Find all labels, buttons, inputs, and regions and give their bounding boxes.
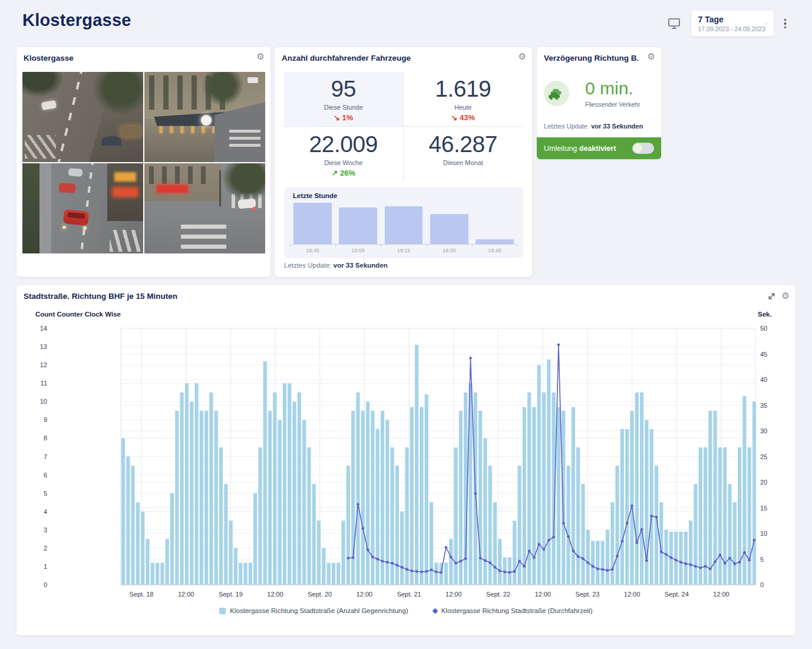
trend-percent: 1% <box>342 113 354 122</box>
svg-text:11: 11 <box>41 380 47 387</box>
last-hour-axis-labels: 18:4519:0019:1519:3019:45 <box>290 248 517 253</box>
svg-text:14: 14 <box>40 325 47 332</box>
trend-badge: ↗ 26% <box>331 169 355 177</box>
camera-feed-top-right <box>144 72 265 162</box>
svg-text:50: 50 <box>760 325 767 332</box>
lane-markings <box>79 163 94 253</box>
svg-text:Sept. 22: Sept. 22 <box>486 591 510 598</box>
svg-text:13: 13 <box>40 343 47 350</box>
headlight <box>83 226 87 229</box>
svg-text:15: 15 <box>760 505 767 512</box>
svg-text:12:00: 12:00 <box>178 591 194 598</box>
red-car <box>58 183 75 193</box>
stat-diese-woche: 22.009 Diese Woche ↗ 26% <box>284 127 404 182</box>
last-hour-title: Letzte Stunde <box>293 192 337 199</box>
last-hour-bar-chart <box>290 203 517 245</box>
silver-car <box>68 168 82 177</box>
stat-label: Diesen Monat <box>443 159 483 166</box>
svg-text:4: 4 <box>44 508 47 515</box>
svg-text:Sept. 18: Sept. 18 <box>130 591 154 598</box>
headlight <box>62 226 66 229</box>
axis-tick <box>472 244 473 247</box>
camera-settings-gear-icon[interactable]: ⚙ <box>257 52 265 61</box>
trend-percent: 26% <box>340 169 355 177</box>
umleitung-state: deaktiviert <box>579 144 616 153</box>
camera-feed-bottom-right <box>144 163 265 253</box>
time-label: 19:00 <box>335 248 381 253</box>
red-car <box>63 209 89 225</box>
time-label: 19:45 <box>472 248 517 253</box>
delay-settings-gear-icon[interactable]: ⚙ <box>648 52 655 61</box>
page-title: Klostergasse <box>22 11 131 30</box>
crosswalk <box>229 130 260 150</box>
svg-text:Count Counter Clock Wise: Count Counter Clock Wise <box>35 311 121 318</box>
umleitung-toggle-switch[interactable] <box>632 143 654 154</box>
umleitung-toggle-bar[interactable]: Umleitung deaktiviert <box>537 137 661 159</box>
svg-text:Sept. 20: Sept. 20 <box>308 591 332 598</box>
delay-card: Verzögerung Richtung B... ⚙ 0 min. Flies… <box>537 47 661 159</box>
shop-light <box>114 172 136 181</box>
trend-up-arrow-icon: ↗ <box>331 169 338 177</box>
delay-card-title: Verzögerung Richtung B... <box>544 54 638 62</box>
svg-text:45: 45 <box>760 351 767 358</box>
stat-value: 95 <box>331 76 356 102</box>
svg-text:Sept. 21: Sept. 21 <box>397 591 421 598</box>
svg-text:35: 35 <box>760 402 767 409</box>
stats-grid: 95 Diese Stunde ↘ 1% 1.619 Heute ↘ 43% 2… <box>284 72 523 182</box>
chart-legend: Klostergasse Richtung Stadtstraße (Anzah… <box>16 607 796 614</box>
stat-value: 1.619 <box>435 76 491 102</box>
legend-label: Klostergasse Richtung Stadtstraße (Anzah… <box>230 607 408 614</box>
axis-tick <box>427 244 427 247</box>
legend-bar-swatch <box>219 608 226 614</box>
svg-text:Sept. 24: Sept. 24 <box>665 591 689 598</box>
stat-diesen-monat: 46.287 Diesen Monat <box>404 127 523 182</box>
display-monitor-button[interactable] <box>665 15 683 32</box>
svg-text:12:00: 12:00 <box>445 591 462 598</box>
kebab-menu-button[interactable] <box>782 17 789 31</box>
trend-down-arrow-icon: ↘ <box>451 113 457 122</box>
axis-tick <box>335 244 336 247</box>
svg-text:0: 0 <box>760 581 764 588</box>
legend-item-bar[interactable]: Klostergasse Richtung Stadtstraße (Anzah… <box>219 607 408 614</box>
trend-down-arrow-icon: ↘ <box>334 113 340 122</box>
camera-card: Klostergasse ⚙ <box>16 47 270 277</box>
legend-label: Klostergasse Richtung Stadtstraße (Durch… <box>441 607 593 614</box>
svg-text:9: 9 <box>44 416 47 423</box>
vehicle-settings-gear-icon[interactable]: ⚙ <box>519 52 526 61</box>
svg-text:Sept. 23: Sept. 23 <box>575 591 599 598</box>
stat-value: 22.009 <box>309 131 378 157</box>
monitor-icon <box>668 18 681 29</box>
svg-text:1: 1 <box>44 563 47 570</box>
header-controls: 7 Tage 17.09.2023 - 24.09.2023 <box>665 11 789 37</box>
umleitung-label: Umleitung deaktiviert <box>544 144 632 153</box>
traffic-status-icon-circle <box>544 81 569 106</box>
signal-pole <box>219 170 221 206</box>
svg-text:12:00: 12:00 <box>713 591 730 598</box>
trend-badge: ↘ 43% <box>451 113 475 122</box>
last-hour-panel: Letzte Stunde 18:4519:0019:1519:3019:45 <box>284 187 523 258</box>
svg-text:20: 20 <box>760 479 767 486</box>
stat-label: Diese Woche <box>324 159 362 166</box>
last-update-value: vor 33 Sekunden <box>591 123 643 130</box>
camera-card-title: Klostergasse <box>24 54 74 62</box>
time-label: 19:30 <box>427 248 472 253</box>
stat-label: Diese Stunde <box>324 104 363 111</box>
stat-label: Heute <box>454 104 471 111</box>
svg-text:7: 7 <box>44 453 47 460</box>
svg-text:12: 12 <box>40 361 47 368</box>
svg-text:25: 25 <box>760 453 767 460</box>
windows <box>149 166 212 185</box>
svg-text:6: 6 <box>44 472 47 479</box>
last-hour-bar <box>476 239 514 244</box>
svg-text:8: 8 <box>44 434 47 442</box>
svg-text:12:00: 12:00 <box>357 591 373 598</box>
trees <box>222 163 265 201</box>
time-range-picker[interactable]: 7 Tage 17.09.2023 - 24.09.2023 <box>691 11 774 37</box>
chevron-down-icon <box>765 21 768 26</box>
hatched-zone <box>25 135 56 159</box>
last-hour-bar <box>430 214 468 244</box>
stat-value: 46.287 <box>429 131 497 157</box>
lit-storefront <box>121 126 141 137</box>
svg-text:5: 5 <box>760 556 764 563</box>
legend-item-line[interactable]: Klostergasse Richtung Stadtstraße (Durch… <box>433 607 593 614</box>
